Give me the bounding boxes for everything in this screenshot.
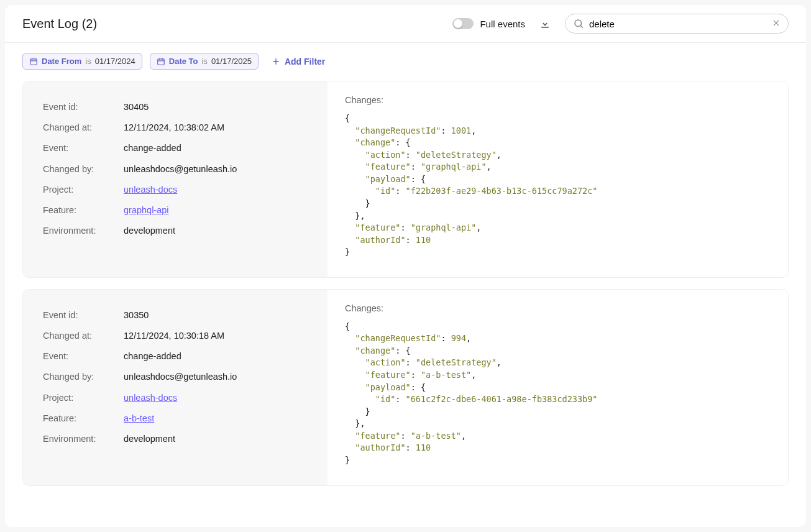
download-icon (539, 17, 551, 30)
event-card: Event id:30405Changed at:12/11/2024, 10:… (22, 81, 789, 278)
detail-row-changed-by: Changed by:unleashdocs@getunleash.io (43, 370, 308, 384)
detail-row-feature: Feature:a-b-test (43, 411, 308, 426)
event-list: Event id:30405Changed at:12/11/2024, 10:… (5, 81, 806, 503)
page-title: Event Log (2) (22, 17, 442, 31)
filter-date-from-value: 01/17/2024 (95, 57, 135, 66)
detail-row-feature: Feature:graphql-api (43, 203, 308, 218)
download-button[interactable] (535, 14, 555, 34)
detail-label: Feature: (43, 203, 124, 218)
detail-value: development (124, 224, 175, 238)
project-link[interactable]: unleash-docs (124, 393, 177, 403)
detail-row-changed-at: Changed at:12/11/2024, 10:30:18 AM (43, 329, 308, 343)
svg-point-0 (575, 20, 582, 27)
search-icon (573, 18, 584, 29)
detail-label: Changed at: (43, 121, 124, 135)
plus-icon (271, 57, 281, 66)
filter-bar: Date From is 01/17/2024 Date To is 01/17… (5, 43, 806, 81)
filter-date-to-op: is (201, 57, 207, 66)
detail-value: development (124, 432, 175, 446)
event-card: Event id:30350Changed at:12/11/2024, 10:… (22, 289, 789, 486)
filter-date-from-label: Date From (42, 57, 81, 66)
calendar-icon (157, 57, 165, 66)
feature-link[interactable]: graphql-api (124, 205, 169, 215)
search-input[interactable] (589, 19, 767, 29)
detail-row-event: Event:change-added (43, 141, 308, 155)
filter-date-to[interactable]: Date To is 01/17/2025 (150, 53, 259, 70)
detail-row-event: Event:change-added (43, 349, 308, 364)
event-details: Event id:30405Changed at:12/11/2024, 10:… (23, 81, 328, 277)
detail-value: 30350 (124, 308, 149, 323)
detail-value: unleashdocs@getunleash.io (124, 162, 237, 177)
add-filter-label: Add Filter (285, 57, 325, 66)
changes-label: Changes: (345, 95, 771, 105)
detail-value[interactable]: a-b-test (124, 411, 154, 426)
detail-label: Event id: (43, 100, 124, 114)
detail-value: change-added (124, 141, 181, 155)
full-events-toggle[interactable] (452, 18, 474, 29)
changes-json: { "changeRequestId": 994, "change": { "a… (345, 321, 771, 467)
search-clear-button[interactable] (772, 19, 781, 29)
close-icon (772, 19, 781, 27)
detail-row-event-id: Event id:30405 (43, 100, 308, 114)
filter-date-to-label: Date To (169, 57, 198, 66)
feature-link[interactable]: a-b-test (124, 413, 154, 423)
filter-date-from-op: is (85, 57, 91, 66)
svg-rect-4 (30, 58, 37, 64)
full-events-toggle-group: Full events (452, 18, 525, 29)
detail-label: Event id: (43, 308, 124, 323)
detail-row-event-id: Event id:30350 (43, 308, 308, 323)
detail-label: Project: (43, 391, 124, 405)
detail-label: Environment: (43, 224, 124, 238)
detail-label: Changed at: (43, 329, 124, 343)
detail-row-environment: Environment:development (43, 432, 308, 446)
project-link[interactable]: unleash-docs (124, 185, 177, 195)
detail-value[interactable]: graphql-api (124, 203, 169, 218)
detail-label: Environment: (43, 432, 124, 446)
detail-value[interactable]: unleash-docs (124, 391, 177, 405)
detail-row-project: Project:unleash-docs (43, 391, 308, 405)
filter-date-from[interactable]: Date From is 01/17/2024 (22, 53, 142, 70)
detail-label: Event: (43, 141, 124, 155)
detail-row-environment: Environment:development (43, 224, 308, 238)
page-header: Event Log (2) Full events (5, 5, 806, 43)
event-changes: Changes:{ "changeRequestId": 994, "chang… (328, 290, 788, 485)
detail-value: change-added (124, 349, 181, 364)
full-events-toggle-label: Full events (480, 19, 525, 29)
add-filter-button[interactable]: Add Filter (266, 53, 330, 70)
detail-value: 12/11/2024, 10:38:02 AM (124, 121, 224, 135)
detail-label: Changed by: (43, 162, 124, 177)
detail-row-project: Project:unleash-docs (43, 183, 308, 197)
detail-value[interactable]: unleash-docs (124, 183, 177, 197)
changes-label: Changes: (345, 303, 771, 313)
calendar-icon (29, 57, 38, 66)
detail-row-changed-at: Changed at:12/11/2024, 10:38:02 AM (43, 121, 308, 135)
event-changes: Changes:{ "changeRequestId": 1001, "chan… (328, 81, 788, 277)
detail-value: 30405 (124, 100, 149, 114)
detail-value: unleashdocs@getunleash.io (124, 370, 237, 384)
detail-label: Project: (43, 183, 124, 197)
detail-label: Feature: (43, 411, 124, 426)
filter-date-to-value: 01/17/2025 (211, 57, 252, 66)
detail-row-changed-by: Changed by:unleashdocs@getunleash.io (43, 162, 308, 177)
event-details: Event id:30350Changed at:12/11/2024, 10:… (23, 290, 328, 485)
detail-label: Event: (43, 349, 124, 364)
detail-value: 12/11/2024, 10:30:18 AM (124, 329, 224, 343)
search-box[interactable] (565, 14, 789, 34)
detail-label: Changed by: (43, 370, 124, 384)
svg-rect-8 (158, 58, 165, 64)
svg-line-1 (580, 25, 582, 27)
changes-json: { "changeRequestId": 1001, "change": { "… (345, 112, 771, 259)
